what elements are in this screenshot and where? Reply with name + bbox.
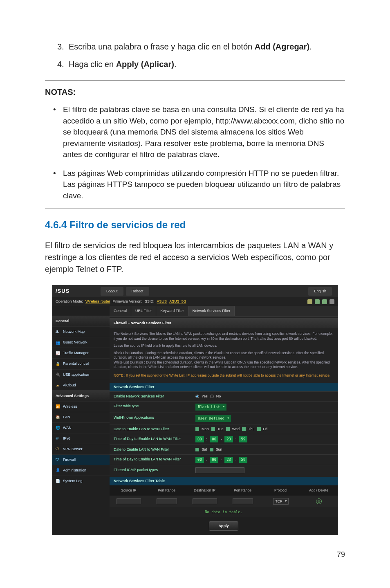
sidebar-item-label: USB application — [63, 372, 89, 377]
op-mode-value[interactable]: Wireless router — [85, 299, 110, 304]
reboot-button[interactable]: Reboot — [126, 287, 149, 296]
desc-line: White List Duration : During the schedul… — [114, 360, 334, 370]
instruction-text: Escriba una palabra o frase y haga clic … — [69, 41, 345, 53]
destination-ip-input[interactable] — [193, 498, 217, 504]
tab-url-filter[interactable]: URL Filter — [131, 306, 156, 316]
brand-logo: /SUS — [56, 287, 101, 295]
sidebar-item-label: Network Map — [63, 329, 85, 334]
row-date-enable-2: Date to Enable LAN to WAN Filter Sat Sun — [110, 444, 338, 454]
sidebar-item-system-log[interactable]: 📄System Log — [52, 476, 110, 486]
sidebar-item-network-map[interactable]: 🖧Network Map — [52, 326, 110, 337]
sidebar-item-guest-network[interactable]: 👥Guest Network — [52, 337, 110, 348]
status-icons — [307, 299, 334, 304]
time-hh-end[interactable]: 23 — [224, 436, 233, 442]
day-label: Sat — [202, 447, 207, 452]
time-hh-start[interactable]: 00 — [195, 436, 204, 442]
language-selector[interactable]: English — [308, 287, 332, 296]
sidebar-item-label: System Log — [63, 478, 83, 484]
note-bullet: • El filtro de palabras clave se basa en… — [53, 104, 345, 160]
ssid-1[interactable]: ASUS — [157, 299, 167, 304]
day-label: Fri — [263, 426, 268, 432]
device-icon[interactable] — [329, 299, 334, 304]
bullet-text: El filtro de palabras clave se basa en u… — [63, 104, 345, 160]
sidebar-item-aicloud[interactable]: ☁AiCloud — [52, 380, 110, 391]
sidebar-item-ipv6[interactable]: ⑥IPv6 — [52, 433, 110, 444]
checkbox-mon[interactable] — [195, 427, 199, 431]
time-mm-end[interactable]: 59 — [239, 436, 248, 442]
sidebar-item-lan[interactable]: 🏠LAN — [52, 412, 110, 422]
cloud-icon: ☁ — [56, 383, 61, 388]
signal-icon[interactable] — [315, 299, 320, 304]
source-ip-input[interactable] — [117, 498, 141, 504]
time-mm-end-2[interactable]: 59 — [239, 457, 248, 463]
time-hh-end-2[interactable]: 23 — [224, 457, 233, 463]
sidebar-item-parental-control[interactable]: 🔒Parental control — [52, 358, 110, 369]
sidebar-item-label: AiCloud — [63, 383, 76, 388]
row-time-enable-1: Time of Day to Enable LAN to WAN Filter … — [110, 434, 338, 444]
desc-line: Leave the source IP field blank to apply… — [114, 343, 334, 348]
checkbox-sun[interactable] — [210, 448, 213, 451]
sidebar-item-wan[interactable]: 🌐WAN — [52, 422, 110, 433]
op-mode-label: Operation Mode: — [56, 299, 83, 304]
sidebar-item-traffic-manager[interactable]: 📈Traffic Manager — [52, 348, 110, 358]
router-main: General 🖧Network Map 👥Guest Network 📈Tra… — [52, 306, 338, 535]
radio-no[interactable] — [210, 395, 214, 398]
time-mm-start-2[interactable]: 00 — [210, 457, 218, 463]
filter-table-type-select[interactable]: Black List — [195, 404, 226, 411]
form-section-header: Network Services Filter — [110, 383, 338, 391]
panel-warning: NOTE : If you set the subnet for the Whi… — [110, 373, 338, 381]
desc-line: Black List Duration : During the schedul… — [114, 351, 334, 360]
time-mm-start[interactable]: 00 — [210, 436, 218, 442]
sidebar-item-wireless[interactable]: 📶Wireless — [52, 401, 110, 412]
checkbox-thu[interactable] — [242, 427, 246, 431]
add-row-button[interactable]: ⊕ — [316, 498, 322, 504]
instruction-bold: Apply (Aplicar) — [116, 60, 174, 69]
sidebar-item-firewall[interactable]: 🛡Firewall — [52, 454, 110, 465]
tab-network-services-filter[interactable]: Network Services Filter — [188, 306, 235, 316]
usb-icon[interactable] — [322, 299, 327, 304]
instruction-4: 4. Haga clic en Apply (Aplicar). — [57, 58, 345, 70]
sidebar-item-vpn-server[interactable]: 🛡VPN Server — [52, 444, 110, 454]
usb-app-icon: 🔌 — [56, 372, 61, 377]
logout-button[interactable]: Logout — [101, 287, 123, 296]
day-label: Mon — [202, 426, 209, 432]
time-hh-start-2[interactable]: 00 — [195, 457, 204, 463]
icmp-filter-input[interactable] — [195, 467, 244, 473]
checkbox-tue[interactable] — [211, 427, 215, 431]
sidebar-item-label: Parental control — [63, 361, 89, 366]
tab-general[interactable]: General — [110, 306, 131, 316]
th-destination-ip: Destination IP — [186, 487, 224, 494]
protocol-select[interactable]: TCP — [273, 498, 289, 505]
ipv6-icon: ⑥ — [56, 436, 61, 441]
guest-network-icon: 👥 — [56, 340, 61, 345]
apply-button[interactable]: Apply — [209, 521, 238, 531]
vpn-icon: 🛡 — [56, 447, 61, 451]
sidebar-item-usb-application[interactable]: 🔌USB application — [52, 369, 110, 380]
ssid-2[interactable]: ASUS_5G — [169, 299, 186, 304]
port-range-1-input[interactable] — [157, 498, 177, 504]
radio-yes[interactable] — [195, 395, 199, 398]
traffic-icon: 📈 — [56, 351, 61, 356]
sidebar-item-administration[interactable]: 👤Administration — [52, 465, 110, 476]
sidebar-item-label: Guest Network — [63, 340, 87, 345]
checkbox-wed[interactable] — [226, 427, 230, 431]
panel-description: The Network Services filter blocks the L… — [110, 328, 338, 373]
instruction-suffix: . — [174, 60, 177, 69]
day-label: Sun — [216, 447, 222, 452]
th-add-delete: Add / Delete — [300, 487, 338, 494]
well-known-apps-select[interactable]: User Defined — [195, 415, 231, 422]
admin-icon: 👤 — [56, 468, 61, 473]
checkbox-fri[interactable] — [257, 427, 261, 431]
log-icon: 📄 — [56, 478, 61, 483]
checkbox-sat[interactable] — [195, 448, 199, 451]
notes-bullets: • El filtro de palabras clave se basa en… — [53, 104, 345, 201]
port-range-2-input[interactable] — [233, 498, 253, 504]
sidebar-item-label: Wireless — [63, 404, 77, 409]
tab-keyword-filter[interactable]: Keyword Filter — [156, 306, 188, 316]
time-enable-1-values: 00: 00 - 23: 59 — [191, 434, 338, 444]
th-port-range-2: Port Range — [224, 487, 262, 494]
user-icon[interactable] — [307, 299, 312, 304]
bullet-text: Las páginas Web comprimidas utilizando c… — [63, 168, 345, 202]
filter-table-input-row: TCP ⊕ — [110, 496, 338, 507]
well-known-apps-label: Well-Known Applications — [110, 413, 191, 424]
